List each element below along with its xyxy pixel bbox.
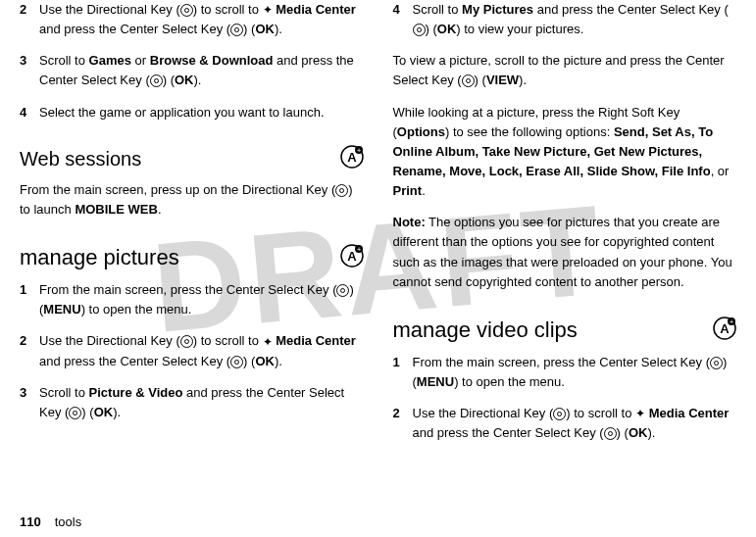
text: Scroll to <box>413 2 463 17</box>
text: and press the Center Select Key ( <box>39 22 230 36</box>
step-text: Use the Directional Key () to scroll to … <box>39 331 364 370</box>
text: ) to scroll to <box>566 406 635 420</box>
center-select-key-icon <box>69 407 81 419</box>
mobile-web-label: MOBILE WEB <box>75 202 158 217</box>
text: ) to scroll to <box>193 2 263 17</box>
feature-badge-icon: A+ <box>340 145 364 169</box>
text: ). <box>194 73 202 87</box>
text: ) to open the menu. <box>454 374 565 389</box>
view-picture-paragraph: To view a picture, scroll to the picture… <box>393 51 737 90</box>
media-icon: ✦ <box>263 1 273 20</box>
text: ). <box>113 405 121 419</box>
feature-badge-icon: A+ <box>713 317 736 340</box>
view-label: VIEW <box>486 73 519 87</box>
step-number: 4 <box>20 103 39 122</box>
text: and press the Center Select Key ( <box>413 425 604 440</box>
manage-video-clips-heading: manage video clips <box>393 314 578 347</box>
step-1: 1 From the main screen, press the Center… <box>393 353 737 392</box>
text: From the main screen, press up on the Di… <box>20 182 335 197</box>
browse-download-label: Browse & Download <box>150 53 274 68</box>
text: Scroll to <box>39 53 89 68</box>
step-text: Scroll to Picture & Video and press the … <box>39 383 364 422</box>
step-number: 2 <box>20 331 39 370</box>
media-center-label: Media Center <box>276 333 356 348</box>
svg-text:+: + <box>356 245 361 254</box>
text: ) ( <box>617 425 629 440</box>
center-select-key-icon <box>462 74 475 87</box>
note-label: Note: <box>393 215 426 229</box>
step-text: Use the Directional Key () to scroll to … <box>39 0 364 39</box>
ok-label: OK <box>255 22 275 36</box>
media-center-label: Media Center <box>276 2 356 17</box>
center-select-key-icon <box>230 24 243 36</box>
ok-label: OK <box>175 73 194 87</box>
text: ) ( <box>243 22 255 36</box>
step-text: Scroll to My Pictures and press the Cent… <box>413 0 737 39</box>
note-text: The options you see for pictures that yo… <box>393 215 732 288</box>
text: , or <box>711 164 730 178</box>
menu-label: MENU <box>417 374 454 389</box>
step-2: 2 Use the Directional Key () to scroll t… <box>393 404 737 443</box>
ok-label: OK <box>437 22 457 36</box>
svg-text:+: + <box>730 317 734 326</box>
center-select-key-icon <box>150 74 163 87</box>
my-pictures-label: My Pictures <box>462 2 533 17</box>
text: ). <box>275 22 282 36</box>
page-footer: 110tools <box>20 514 81 529</box>
text: ). <box>647 425 655 440</box>
media-icon: ✦ <box>635 405 645 423</box>
step-3: 3 Scroll to Games or Browse & Download a… <box>20 51 364 90</box>
step-number: 3 <box>20 51 39 90</box>
center-select-key-icon <box>710 357 723 369</box>
directional-key-icon <box>180 4 193 17</box>
right-column: 4 Scroll to My Pictures and press the Ce… <box>393 0 737 455</box>
options-label: Options <box>397 124 445 139</box>
center-select-key-icon <box>336 284 349 297</box>
print-label: Print <box>393 183 423 198</box>
step-number: 1 <box>20 280 39 319</box>
picture-video-label: Picture & Video <box>89 385 183 400</box>
text: From the main screen, press the Center S… <box>413 355 710 369</box>
text: ) to see the following options: <box>445 124 614 139</box>
svg-text:+: + <box>356 146 361 155</box>
step-number: 3 <box>20 383 39 422</box>
text: . <box>422 183 426 198</box>
feature-badge-icon: A+ <box>340 244 364 268</box>
left-column: 2 Use the Directional Key () to scroll t… <box>20 0 364 455</box>
directional-key-icon <box>180 335 193 348</box>
text: To view a picture, scroll to the picture… <box>393 53 725 87</box>
ok-label: OK <box>255 354 275 368</box>
center-select-key-icon <box>413 24 426 36</box>
step-number: 4 <box>393 0 413 39</box>
text: or <box>131 53 150 68</box>
step-2: 2 Use the Directional Key () to scroll t… <box>20 0 364 39</box>
text: Use the Directional Key ( <box>39 2 180 17</box>
media-center-label: Media Center <box>649 406 730 420</box>
text: ) ( <box>475 73 486 87</box>
step-2: 2 Use the Directional Key () to scroll t… <box>20 331 364 370</box>
text: and press the Center Select Key ( <box>39 354 230 368</box>
step-4: 4 Scroll to My Pictures and press the Ce… <box>393 0 737 39</box>
text: ) to open the menu. <box>81 302 192 317</box>
web-sessions-heading: Web sessions <box>20 144 141 174</box>
text: Use the Directional Key ( <box>39 333 180 348</box>
text: ). <box>275 354 282 368</box>
text: Use the Directional Key ( <box>413 406 554 420</box>
step-number: 1 <box>393 353 413 392</box>
manage-pictures-heading: manage pictures <box>20 241 179 274</box>
text: ) ( <box>426 22 437 36</box>
ok-label: OK <box>94 405 114 419</box>
step-text: Scroll to Games or Browse & Download and… <box>39 51 364 90</box>
text: ). <box>519 73 527 87</box>
text: and press the Center Select Key ( <box>533 2 729 17</box>
directional-key-icon <box>553 408 566 420</box>
ok-label: OK <box>629 425 648 440</box>
step-text: From the main screen, press the Center S… <box>413 353 737 392</box>
media-icon: ✦ <box>263 333 273 352</box>
directional-key-icon <box>335 184 348 197</box>
step-text: Select the game or application you want … <box>39 103 364 122</box>
step-number: 2 <box>393 404 413 443</box>
step-4: 4 Select the game or application you wan… <box>20 103 364 122</box>
games-label: Games <box>89 53 131 68</box>
step-text: Use the Directional Key () to scroll to … <box>413 404 737 443</box>
